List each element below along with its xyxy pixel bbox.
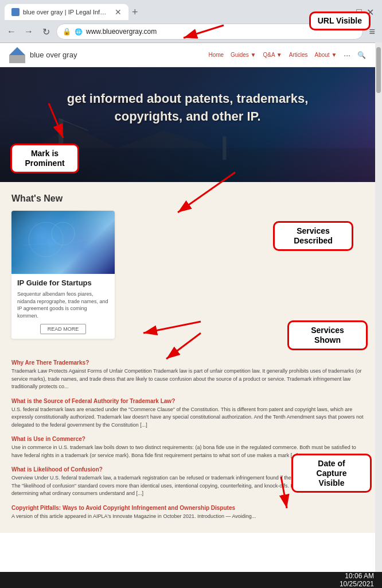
faq-answer-2: U.S. federal trademark laws are enacted … [11, 406, 364, 430]
nav-home[interactable]: Home [208, 52, 224, 58]
faq-answer-1: Trademark Law Protects Against Forms of … [11, 368, 364, 391]
svg-rect-0 [9, 55, 25, 63]
annotation-date-capture: Date of Capture Visible [291, 454, 372, 493]
card-title: IP Guide for Startups [17, 278, 109, 287]
new-tab-button[interactable]: + [132, 7, 138, 17]
nav-about[interactable]: About ▼ [315, 52, 337, 58]
scrollbar[interactable] [375, 42, 382, 588]
security-icon: 🔒 [63, 28, 71, 36]
nav-guides[interactable]: Guides ▼ [231, 52, 256, 58]
site-logo: blue over gray [9, 47, 77, 63]
svg-line-11 [23, 239, 98, 245]
taskbar: 10:06 AM 10/25/2021 [0, 572, 382, 588]
nav-more-dots[interactable]: ··· [344, 51, 350, 60]
read-more-button[interactable]: READ MORE [40, 324, 86, 334]
hero-heading: get informed about patents, trademarks, … [34, 90, 341, 126]
faq-item-1: Why Are There Trademarks? Trademark Law … [11, 359, 364, 391]
scrollbar-thumb[interactable] [376, 47, 381, 93]
faq-question-3[interactable]: What is Use in Commerce? [11, 436, 364, 442]
featured-card: IP Guide for Startups Sequentur albendam… [11, 211, 115, 339]
svg-point-8 [29, 222, 63, 257]
logo-icon [9, 47, 25, 63]
hero-text: get informed about patents, trademarks, … [0, 67, 375, 137]
nav-articles[interactable]: Articles [289, 52, 308, 58]
back-button[interactable]: ← [5, 25, 18, 38]
tab-title: blue over gray | IP Legal Inform... [23, 9, 109, 16]
faq-question-5[interactable]: Copyright Pitfalls: Ways to Avoid Copyri… [11, 505, 364, 511]
globe-icon: 🌐 [75, 28, 83, 36]
card-text: Sequentur albendam feos piares, nidanda … [17, 291, 109, 319]
annotation-url-visible: URL Visible [309, 11, 371, 30]
whats-new-title: What's New [11, 194, 364, 204]
website-content: blue over gray Home Guides ▼ Q&A ▼ Artic… [0, 43, 375, 588]
taskbar-clock: 10:06 AM 10/25/2021 [340, 572, 374, 588]
tab-favicon [11, 8, 20, 16]
card-image-decoration [11, 211, 115, 274]
svg-point-12 [47, 238, 56, 247]
logo-text: blue over gray [30, 51, 77, 59]
nav-qa[interactable]: Q&A ▼ [263, 52, 282, 58]
svg-marker-1 [9, 47, 25, 55]
active-tab[interactable]: blue over gray | IP Legal Inform... ✕ [5, 4, 128, 20]
card-body: IP Guide for Startups Sequentur albendam… [11, 274, 115, 339]
tab-close-button[interactable]: ✕ [115, 7, 122, 17]
taskbar-date-text: 10/25/2021 [340, 580, 374, 588]
site-nav: Home Guides ▼ Q&A ▼ Articles About ▼ ···… [208, 51, 366, 60]
annotation-services-shown: Services Shown [287, 320, 368, 350]
card-image [11, 211, 115, 274]
taskbar-time-text: 10:06 AM [340, 572, 374, 580]
faq-section: Why Are There Trademarks? Trademark Law … [0, 354, 375, 533]
faq-answer-5: A version of this article appeared in AI… [11, 513, 364, 521]
faq-item-2: What is the Source of Federal Authority … [11, 398, 364, 430]
site-header: blue over gray Home Guides ▼ Q&A ▼ Artic… [0, 43, 375, 67]
faq-item-5: Copyright Pitfalls: Ways to Avoid Copyri… [11, 505, 364, 521]
svg-rect-7 [223, 136, 226, 160]
refresh-button[interactable]: ↻ [39, 25, 53, 38]
annotation-services-described: Services Described [273, 221, 353, 251]
faq-question-2[interactable]: What is the Source of Federal Authority … [11, 398, 364, 404]
forward-button[interactable]: → [22, 25, 36, 38]
faq-question-1[interactable]: Why Are There Trademarks? [11, 359, 364, 366]
annotation-mark-prominent: Mark is Prominent [10, 144, 79, 173]
search-icon[interactable]: 🔍 [357, 51, 366, 59]
